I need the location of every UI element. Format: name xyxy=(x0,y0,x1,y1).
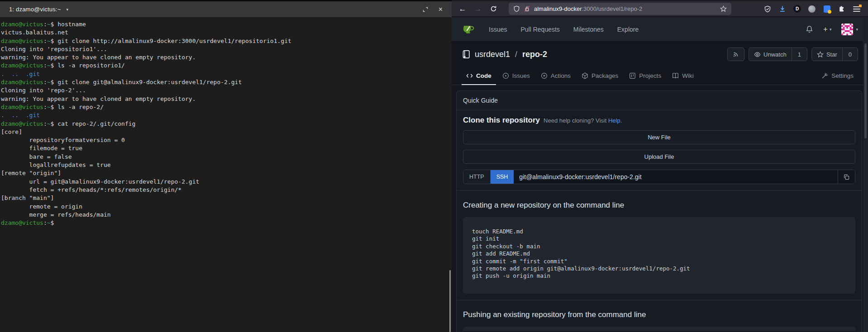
extension-d-icon[interactable]: D xyxy=(793,5,801,13)
terminal-window: 1: dzamo@victus:~ ▾ × dzamo@victus:~$ ho… xyxy=(0,0,452,332)
unwatch-button-group: Unwatch 1 xyxy=(749,47,807,61)
settings-tools-icon xyxy=(821,72,828,79)
pushing-repo-section: Pushing an existing repository from the … xyxy=(457,300,862,332)
gitea-page: Issues Pull Requests Milestones Explore … xyxy=(452,16,868,332)
nav-pull-requests[interactable]: Pull Requests xyxy=(520,26,559,33)
nav-milestones[interactable]: Milestones xyxy=(573,26,604,33)
menu-icon[interactable] xyxy=(853,5,861,13)
url-bar[interactable]: almalinux9-docker:3000/usrdevel1/repo-2 xyxy=(509,3,731,15)
browser-toolbar: ← → almalinux9-docker:3000/usrdevel xyxy=(452,0,868,16)
actions-icon xyxy=(541,72,548,79)
terminal-title: 1: dzamo@victus:~ xyxy=(9,6,61,13)
terminal-output[interactable]: dzamo@victus:~$ hostnamevictus.balaitus.… xyxy=(0,17,452,227)
url-host: almalinux9-docker xyxy=(534,5,582,12)
terminal-restore-icon[interactable] xyxy=(422,6,429,13)
clone-url-input[interactable]: git@almalinux9-docker:usrdevel1/repo-2.g… xyxy=(514,170,838,184)
rss-feed-button[interactable] xyxy=(727,47,744,61)
gitea-logo[interactable] xyxy=(462,23,475,36)
copy-url-button[interactable] xyxy=(838,170,855,184)
reload-button[interactable] xyxy=(487,3,500,15)
copy-icon xyxy=(843,174,850,180)
help-link[interactable]: Help xyxy=(608,117,620,124)
pushing-code-block xyxy=(463,327,855,331)
nav-explore[interactable]: Explore xyxy=(617,26,639,33)
code-icon xyxy=(466,72,473,79)
download-icon[interactable] xyxy=(778,5,787,13)
clone-url-group: HTTP SSH git@almalinux9-docker:usrdevel1… xyxy=(463,170,855,184)
extension-doc-icon[interactable] xyxy=(823,5,831,13)
terminal-close-icon[interactable]: × xyxy=(439,6,443,13)
repo-content: Quick Guide Clone this repository Need h… xyxy=(452,85,868,332)
star-button[interactable]: Star xyxy=(812,48,842,61)
ssh-toggle-button[interactable]: SSH xyxy=(491,170,514,184)
forward-button[interactable]: → xyxy=(472,3,484,15)
terminal-titlebar[interactable]: 1: dzamo@victus:~ ▾ × xyxy=(0,0,452,17)
page-scrollbar[interactable] xyxy=(863,17,868,332)
creating-code-block: touch README.mdgit initgit checkout -b m… xyxy=(463,217,855,294)
menu-badge xyxy=(859,5,862,7)
tab-issues[interactable]: Issues xyxy=(498,72,534,85)
watchers-count[interactable]: 1 xyxy=(792,48,807,61)
tab-projects[interactable]: Projects xyxy=(625,72,666,85)
repo-owner[interactable]: usrdevel1 xyxy=(475,50,510,59)
tab-packages[interactable]: Packages xyxy=(577,72,623,85)
eye-icon xyxy=(754,51,761,58)
issue-icon xyxy=(502,72,509,79)
extension-icons: D xyxy=(763,5,863,13)
create-new-caret-icon: ▾ xyxy=(830,27,832,32)
repo-tabs: Code Issues Actions Packages xyxy=(452,67,868,85)
quick-guide-title: Quick Guide xyxy=(457,91,862,110)
tab-actions[interactable]: Actions xyxy=(536,72,575,85)
wiki-icon xyxy=(672,72,679,79)
extension-sphere-icon[interactable] xyxy=(808,5,816,13)
package-icon xyxy=(582,72,588,79)
user-menu-caret-icon: ▾ xyxy=(856,27,858,32)
projects-icon xyxy=(629,72,636,79)
clone-heading: Clone this repository xyxy=(463,116,540,125)
insecure-lock-icon[interactable] xyxy=(524,5,530,12)
shield-icon[interactable] xyxy=(513,5,520,12)
tab-code[interactable]: Code xyxy=(462,72,496,85)
new-file-button[interactable]: New File xyxy=(463,130,855,144)
pushing-heading: Pushing an existing repository from the … xyxy=(463,310,855,319)
star-button-group: Star 0 xyxy=(811,47,858,61)
back-button[interactable]: ← xyxy=(456,3,469,15)
repo-name[interactable]: repo-2 xyxy=(522,50,547,59)
quick-guide-panel: Quick Guide Clone this repository Need h… xyxy=(456,90,862,332)
repo-icon xyxy=(462,50,471,59)
page-scrollbar-thumb[interactable] xyxy=(864,43,867,138)
extension-puzzle-icon[interactable] xyxy=(838,5,846,13)
notifications-bell-icon[interactable] xyxy=(806,25,813,33)
tab-settings[interactable]: Settings xyxy=(817,72,858,85)
creating-heading: Creating a new repository on the command… xyxy=(463,201,855,210)
create-new-button[interactable]: + ▾ xyxy=(823,25,831,34)
nav-issues[interactable]: Issues xyxy=(489,26,507,33)
terminal-title-caret-icon[interactable]: ▾ xyxy=(67,7,69,12)
protections-shield-icon[interactable] xyxy=(763,5,772,13)
gitea-navbar: Issues Pull Requests Milestones Explore … xyxy=(452,17,868,42)
browser-window: ← → almalinux9-docker:3000/usrdevel xyxy=(452,0,868,332)
upload-file-button[interactable]: Upload File xyxy=(463,150,855,164)
terminal-scrollbar[interactable] xyxy=(449,270,451,332)
avatar xyxy=(841,24,853,35)
star-icon xyxy=(817,51,824,58)
stars-count[interactable]: 0 xyxy=(842,48,858,61)
unwatch-button[interactable]: Unwatch xyxy=(749,48,792,61)
tab-wiki[interactable]: Wiki xyxy=(668,72,698,85)
clone-section: Clone this repository Need help cloning?… xyxy=(457,110,862,190)
http-toggle-button[interactable]: HTTP xyxy=(463,170,491,184)
creating-repo-section: Creating a new repository on the command… xyxy=(457,190,862,300)
repo-header: usrdevel1 / repo-2 xyxy=(452,42,868,67)
bookmark-star-icon[interactable] xyxy=(720,5,727,12)
url-path: :3000/usrdevel1/repo-2 xyxy=(582,5,643,12)
user-menu[interactable]: ▾ xyxy=(841,24,858,35)
